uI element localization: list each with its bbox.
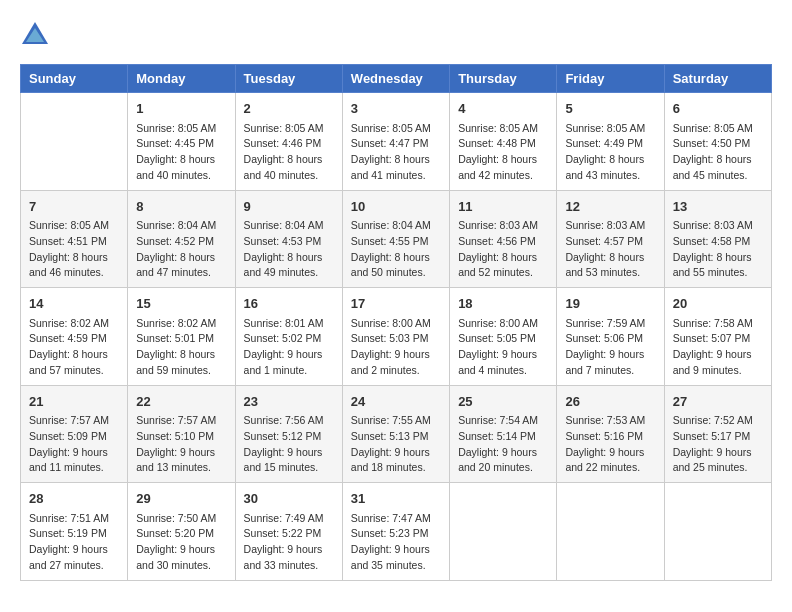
day-number: 30 <box>244 489 334 509</box>
calendar-cell <box>21 93 128 191</box>
calendar-week-row: 21Sunrise: 7:57 AM Sunset: 5:09 PM Dayli… <box>21 385 772 483</box>
day-info: Sunrise: 7:57 AM Sunset: 5:09 PM Dayligh… <box>29 413 119 476</box>
day-number: 13 <box>673 197 763 217</box>
day-number: 17 <box>351 294 441 314</box>
calendar-cell: 15Sunrise: 8:02 AM Sunset: 5:01 PM Dayli… <box>128 288 235 386</box>
day-info: Sunrise: 7:54 AM Sunset: 5:14 PM Dayligh… <box>458 413 548 476</box>
day-number: 22 <box>136 392 226 412</box>
day-number: 31 <box>351 489 441 509</box>
calendar-cell: 3Sunrise: 8:05 AM Sunset: 4:47 PM Daylig… <box>342 93 449 191</box>
day-info: Sunrise: 7:53 AM Sunset: 5:16 PM Dayligh… <box>565 413 655 476</box>
day-info: Sunrise: 8:05 AM Sunset: 4:48 PM Dayligh… <box>458 121 548 184</box>
calendar-cell: 11Sunrise: 8:03 AM Sunset: 4:56 PM Dayli… <box>450 190 557 288</box>
day-number: 27 <box>673 392 763 412</box>
calendar-week-row: 1Sunrise: 8:05 AM Sunset: 4:45 PM Daylig… <box>21 93 772 191</box>
day-number: 2 <box>244 99 334 119</box>
day-info: Sunrise: 8:05 AM Sunset: 4:49 PM Dayligh… <box>565 121 655 184</box>
day-info: Sunrise: 8:05 AM Sunset: 4:51 PM Dayligh… <box>29 218 119 281</box>
day-info: Sunrise: 8:01 AM Sunset: 5:02 PM Dayligh… <box>244 316 334 379</box>
calendar-cell: 24Sunrise: 7:55 AM Sunset: 5:13 PM Dayli… <box>342 385 449 483</box>
day-number: 15 <box>136 294 226 314</box>
day-info: Sunrise: 8:03 AM Sunset: 4:58 PM Dayligh… <box>673 218 763 281</box>
calendar-cell: 23Sunrise: 7:56 AM Sunset: 5:12 PM Dayli… <box>235 385 342 483</box>
calendar-cell <box>557 483 664 581</box>
day-number: 18 <box>458 294 548 314</box>
logo <box>20 20 54 48</box>
calendar-cell: 12Sunrise: 8:03 AM Sunset: 4:57 PM Dayli… <box>557 190 664 288</box>
calendar-cell <box>450 483 557 581</box>
day-number: 10 <box>351 197 441 217</box>
day-info: Sunrise: 8:05 AM Sunset: 4:47 PM Dayligh… <box>351 121 441 184</box>
day-number: 21 <box>29 392 119 412</box>
calendar-cell: 18Sunrise: 8:00 AM Sunset: 5:05 PM Dayli… <box>450 288 557 386</box>
calendar-cell: 31Sunrise: 7:47 AM Sunset: 5:23 PM Dayli… <box>342 483 449 581</box>
calendar-cell: 4Sunrise: 8:05 AM Sunset: 4:48 PM Daylig… <box>450 93 557 191</box>
day-info: Sunrise: 8:00 AM Sunset: 5:03 PM Dayligh… <box>351 316 441 379</box>
calendar-cell: 9Sunrise: 8:04 AM Sunset: 4:53 PM Daylig… <box>235 190 342 288</box>
day-info: Sunrise: 7:49 AM Sunset: 5:22 PM Dayligh… <box>244 511 334 574</box>
calendar-cell: 28Sunrise: 7:51 AM Sunset: 5:19 PM Dayli… <box>21 483 128 581</box>
day-number: 19 <box>565 294 655 314</box>
calendar-week-row: 28Sunrise: 7:51 AM Sunset: 5:19 PM Dayli… <box>21 483 772 581</box>
day-info: Sunrise: 7:55 AM Sunset: 5:13 PM Dayligh… <box>351 413 441 476</box>
day-number: 11 <box>458 197 548 217</box>
calendar-cell: 6Sunrise: 8:05 AM Sunset: 4:50 PM Daylig… <box>664 93 771 191</box>
day-number: 12 <box>565 197 655 217</box>
day-number: 7 <box>29 197 119 217</box>
day-info: Sunrise: 8:02 AM Sunset: 5:01 PM Dayligh… <box>136 316 226 379</box>
calendar-cell: 7Sunrise: 8:05 AM Sunset: 4:51 PM Daylig… <box>21 190 128 288</box>
day-number: 1 <box>136 99 226 119</box>
column-header-thursday: Thursday <box>450 65 557 93</box>
calendar-table: SundayMondayTuesdayWednesdayThursdayFrid… <box>20 64 772 581</box>
column-header-monday: Monday <box>128 65 235 93</box>
calendar-cell: 27Sunrise: 7:52 AM Sunset: 5:17 PM Dayli… <box>664 385 771 483</box>
calendar-cell: 1Sunrise: 8:05 AM Sunset: 4:45 PM Daylig… <box>128 93 235 191</box>
calendar-cell: 19Sunrise: 7:59 AM Sunset: 5:06 PM Dayli… <box>557 288 664 386</box>
calendar-cell: 10Sunrise: 8:04 AM Sunset: 4:55 PM Dayli… <box>342 190 449 288</box>
column-header-saturday: Saturday <box>664 65 771 93</box>
day-info: Sunrise: 8:02 AM Sunset: 4:59 PM Dayligh… <box>29 316 119 379</box>
calendar-week-row: 7Sunrise: 8:05 AM Sunset: 4:51 PM Daylig… <box>21 190 772 288</box>
day-number: 4 <box>458 99 548 119</box>
day-info: Sunrise: 8:05 AM Sunset: 4:45 PM Dayligh… <box>136 121 226 184</box>
calendar-cell: 14Sunrise: 8:02 AM Sunset: 4:59 PM Dayli… <box>21 288 128 386</box>
day-number: 20 <box>673 294 763 314</box>
calendar-cell: 25Sunrise: 7:54 AM Sunset: 5:14 PM Dayli… <box>450 385 557 483</box>
calendar-cell: 30Sunrise: 7:49 AM Sunset: 5:22 PM Dayli… <box>235 483 342 581</box>
day-info: Sunrise: 7:50 AM Sunset: 5:20 PM Dayligh… <box>136 511 226 574</box>
day-info: Sunrise: 8:05 AM Sunset: 4:50 PM Dayligh… <box>673 121 763 184</box>
column-header-wednesday: Wednesday <box>342 65 449 93</box>
day-number: 14 <box>29 294 119 314</box>
day-info: Sunrise: 8:00 AM Sunset: 5:05 PM Dayligh… <box>458 316 548 379</box>
day-info: Sunrise: 8:05 AM Sunset: 4:46 PM Dayligh… <box>244 121 334 184</box>
calendar-cell: 2Sunrise: 8:05 AM Sunset: 4:46 PM Daylig… <box>235 93 342 191</box>
calendar-cell: 5Sunrise: 8:05 AM Sunset: 4:49 PM Daylig… <box>557 93 664 191</box>
day-number: 8 <box>136 197 226 217</box>
day-number: 23 <box>244 392 334 412</box>
day-info: Sunrise: 8:04 AM Sunset: 4:53 PM Dayligh… <box>244 218 334 281</box>
calendar-header-row: SundayMondayTuesdayWednesdayThursdayFrid… <box>21 65 772 93</box>
calendar-week-row: 14Sunrise: 8:02 AM Sunset: 4:59 PM Dayli… <box>21 288 772 386</box>
calendar-cell: 8Sunrise: 8:04 AM Sunset: 4:52 PM Daylig… <box>128 190 235 288</box>
day-number: 16 <box>244 294 334 314</box>
day-info: Sunrise: 7:52 AM Sunset: 5:17 PM Dayligh… <box>673 413 763 476</box>
column-header-tuesday: Tuesday <box>235 65 342 93</box>
day-number: 25 <box>458 392 548 412</box>
day-number: 29 <box>136 489 226 509</box>
calendar-cell: 22Sunrise: 7:57 AM Sunset: 5:10 PM Dayli… <box>128 385 235 483</box>
day-number: 26 <box>565 392 655 412</box>
day-number: 24 <box>351 392 441 412</box>
day-info: Sunrise: 8:04 AM Sunset: 4:55 PM Dayligh… <box>351 218 441 281</box>
day-info: Sunrise: 7:57 AM Sunset: 5:10 PM Dayligh… <box>136 413 226 476</box>
day-info: Sunrise: 7:59 AM Sunset: 5:06 PM Dayligh… <box>565 316 655 379</box>
page-header <box>20 20 772 48</box>
day-number: 28 <box>29 489 119 509</box>
day-info: Sunrise: 8:03 AM Sunset: 4:56 PM Dayligh… <box>458 218 548 281</box>
day-info: Sunrise: 7:51 AM Sunset: 5:19 PM Dayligh… <box>29 511 119 574</box>
column-header-sunday: Sunday <box>21 65 128 93</box>
day-info: Sunrise: 8:04 AM Sunset: 4:52 PM Dayligh… <box>136 218 226 281</box>
day-info: Sunrise: 8:03 AM Sunset: 4:57 PM Dayligh… <box>565 218 655 281</box>
day-number: 5 <box>565 99 655 119</box>
calendar-cell: 21Sunrise: 7:57 AM Sunset: 5:09 PM Dayli… <box>21 385 128 483</box>
calendar-cell: 20Sunrise: 7:58 AM Sunset: 5:07 PM Dayli… <box>664 288 771 386</box>
